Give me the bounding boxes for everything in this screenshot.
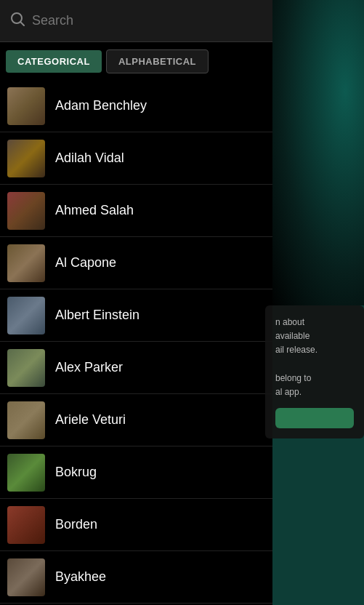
search-bar xyxy=(0,0,272,42)
overlay-text: n about available ail release. belong to… xyxy=(275,316,354,399)
character-name: Bokrug xyxy=(55,465,97,480)
character-name: Al Capone xyxy=(55,255,116,271)
tab-bar: CATEGORICAL ALPHABETICAL xyxy=(0,42,272,80)
search-input[interactable] xyxy=(32,13,262,28)
list-item[interactable]: Borden xyxy=(0,499,272,551)
list-item[interactable]: Ahmed Salah xyxy=(0,185,272,237)
avatar xyxy=(7,192,45,230)
character-name: Adam Benchley xyxy=(55,98,147,113)
avatar xyxy=(7,87,45,125)
svg-line-1 xyxy=(20,22,24,25)
avatar xyxy=(7,506,45,544)
list-item[interactable]: Albert Einstein xyxy=(0,289,272,342)
search-icon xyxy=(10,12,25,30)
avatar xyxy=(7,140,45,177)
main-panel: CATEGORICAL ALPHABETICAL Adam Benchley A… xyxy=(0,0,272,605)
overlay-panel: n about available ail release. belong to… xyxy=(265,305,364,438)
avatar xyxy=(7,297,45,334)
avatar xyxy=(7,349,45,387)
overlay-action-button[interactable] xyxy=(275,408,354,428)
list-item[interactable]: Bokrug xyxy=(0,446,272,499)
character-name: Ahmed Salah xyxy=(55,203,134,218)
tab-alphabetical[interactable]: ALPHABETICAL xyxy=(106,49,209,73)
list-item[interactable]: Alex Parker xyxy=(0,342,272,394)
character-name: Byakhee xyxy=(55,569,106,585)
list-item[interactable]: Adilah Vidal xyxy=(0,132,272,185)
character-name: Adilah Vidal xyxy=(55,151,124,166)
character-name: Alex Parker xyxy=(55,360,123,375)
character-name: Ariele Veturi xyxy=(55,412,126,428)
character-name: Borden xyxy=(55,517,97,532)
avatar xyxy=(7,454,45,492)
list-item[interactable]: Adam Benchley xyxy=(0,80,272,132)
list-item[interactable]: Al Capone xyxy=(0,237,272,289)
character-list: Adam Benchley Adilah Vidal Ahmed Salah A… xyxy=(0,80,272,605)
character-name: Albert Einstein xyxy=(55,308,139,323)
avatar xyxy=(7,401,45,439)
list-item[interactable]: Byakhee xyxy=(0,551,272,604)
list-item[interactable]: Ariele Veturi xyxy=(0,394,272,446)
tab-categorical[interactable]: CATEGORICAL xyxy=(6,50,102,73)
avatar xyxy=(7,558,45,596)
avatar xyxy=(7,244,45,282)
